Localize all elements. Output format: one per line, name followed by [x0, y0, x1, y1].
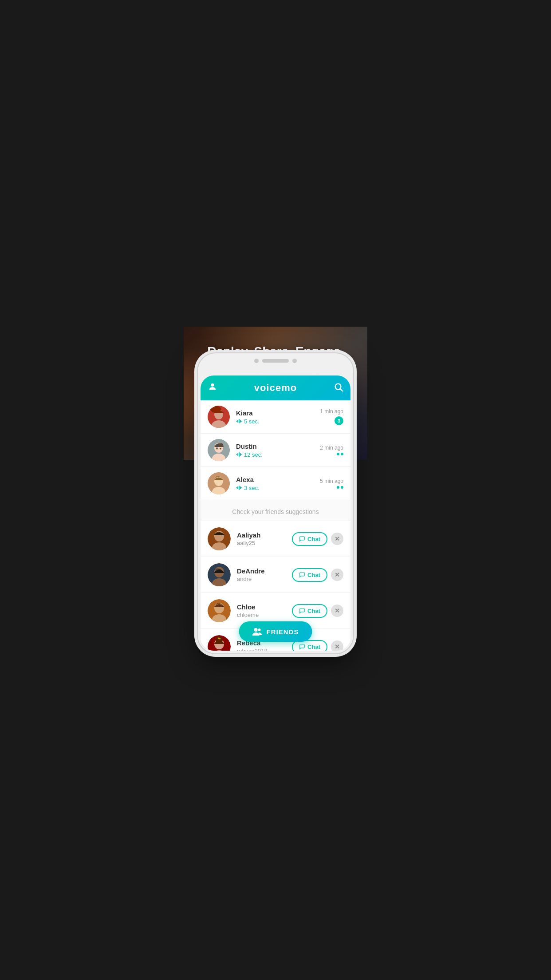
suggestions-header: Check your friends suggestions — [201, 500, 350, 521]
svg-line-2 — [340, 389, 342, 391]
chat-button-deandre[interactable]: Chat — [292, 568, 327, 582]
chat-duration-dustin: 12 sec. — [244, 451, 263, 458]
front-camera — [254, 359, 259, 363]
chat-name-alexa: Alexa — [236, 476, 320, 483]
suggestion-name-chloe: Chloe — [237, 603, 292, 611]
search-icon[interactable] — [334, 382, 343, 394]
suggestion-item-aaliyah: Aaliyah aaliy25 Chat ✕ — [201, 521, 350, 557]
suggestion-actions-deandre: Chat ✕ — [292, 568, 343, 582]
chat-list: Kiara 5 sec. — [201, 400, 350, 500]
svg-rect-9 — [239, 419, 240, 423]
suggestion-info-chloe: Chloe chloeme — [237, 603, 292, 618]
chat-time-dustin: 2 min ago — [320, 445, 343, 451]
chat-preview-alexa: 3 sec. — [236, 485, 320, 491]
app-logo: voicemo — [254, 382, 297, 394]
suggestion-actions-aaliyah: Chat ✕ — [292, 532, 343, 546]
suggestion-username-chloe: chloeme — [237, 612, 292, 618]
svg-point-15 — [216, 448, 218, 450]
dismiss-button-chloe[interactable]: ✕ — [331, 605, 343, 617]
svg-rect-10 — [240, 420, 241, 423]
suggestion-username-deandre: andre — [237, 576, 292, 582]
chat-meta-kiara: 1 min ago 3 — [320, 408, 343, 425]
profile-icon[interactable] — [208, 382, 217, 394]
chat-meta-dustin: 2 min ago — [320, 445, 343, 455]
logo-bold: mo — [281, 382, 297, 393]
suggestion-name-deandre: DeAndre — [237, 567, 292, 575]
chat-button-chloe[interactable]: Chat — [292, 604, 327, 618]
svg-point-0 — [211, 383, 214, 387]
suggestion-info-aaliyah: Aaliyah aaliy25 — [237, 531, 292, 546]
suggestion-avatar-aaliyah — [208, 527, 231, 550]
svg-rect-30 — [241, 487, 242, 488]
avatar-dustin — [208, 439, 230, 461]
phone-notch — [254, 359, 297, 363]
chat-button-aaliyah[interactable]: Chat — [292, 532, 327, 546]
svg-rect-11 — [241, 421, 242, 422]
chat-info-alexa: Alexa 3 sec. — [236, 476, 320, 491]
dots-dustin — [337, 453, 343, 455]
chat-item-dustin[interactable]: Dustin 12 sec. — [201, 434, 350, 467]
phone-screen: voicemo — [201, 375, 350, 651]
svg-rect-28 — [239, 486, 240, 490]
dismiss-button-aaliyah[interactable]: ✕ — [331, 533, 343, 545]
chat-info-dustin: Dustin 12 sec. — [236, 443, 320, 458]
chat-info-kiara: Kiara 5 sec. — [236, 409, 320, 425]
friends-fab-label: FRIENDS — [267, 628, 299, 636]
sensor — [292, 359, 297, 363]
unread-badge-kiara: 3 — [335, 416, 343, 425]
avatar-alexa — [208, 472, 230, 494]
svg-point-49 — [258, 628, 261, 631]
suggestion-username-aaliyah: aaliy25 — [237, 540, 292, 546]
dismiss-button-deandre[interactable]: ✕ — [331, 569, 343, 581]
svg-rect-21 — [240, 453, 241, 456]
speaker — [262, 359, 289, 363]
chat-time-kiara: 1 min ago — [320, 408, 343, 415]
chat-meta-alexa: 5 min ago — [320, 478, 343, 489]
svg-rect-8 — [237, 420, 238, 423]
suggestion-avatar-rebeca — [208, 635, 231, 651]
chat-item-alexa[interactable]: Alexa 3 sec. — [201, 467, 350, 500]
svg-rect-26 — [236, 487, 237, 488]
chat-time-alexa: 5 min ago — [320, 478, 343, 484]
chat-duration-alexa: 3 sec. — [244, 485, 260, 491]
svg-point-48 — [254, 628, 258, 632]
logo-text: voice — [254, 382, 281, 393]
app-header: voicemo — [201, 375, 350, 400]
svg-rect-18 — [236, 454, 237, 455]
dots-alexa — [337, 486, 343, 489]
suggestion-name-aaliyah: Aaliyah — [237, 531, 292, 539]
dismiss-button-rebeca[interactable]: ✕ — [331, 640, 343, 651]
phone-frame: voicemo — [198, 353, 353, 653]
chat-duration-kiara: 5 sec. — [244, 418, 260, 425]
chat-preview-kiara: 5 sec. — [236, 418, 320, 425]
suggestion-username-rebeca: rebeca2018 — [237, 648, 292, 651]
avatar-kiara — [208, 406, 230, 428]
suggestion-avatar-deandre — [208, 563, 231, 586]
chat-item-kiara[interactable]: Kiara 5 sec. — [201, 400, 350, 434]
friends-fab-button[interactable]: FRIENDS — [239, 621, 312, 642]
chat-preview-dustin: 12 sec. — [236, 451, 320, 458]
suggestion-avatar-chloe — [208, 599, 231, 622]
svg-rect-20 — [239, 452, 240, 457]
suggestion-actions-chloe: Chat ✕ — [292, 604, 343, 618]
svg-rect-29 — [240, 486, 241, 489]
svg-rect-22 — [241, 454, 242, 455]
scroll-content: Kiara 5 sec. — [201, 400, 350, 651]
svg-rect-7 — [236, 421, 237, 422]
svg-rect-19 — [237, 453, 238, 456]
svg-rect-27 — [237, 486, 238, 489]
chat-name-kiara: Kiara — [236, 409, 320, 417]
svg-point-16 — [220, 448, 221, 450]
suggestion-item-deandre: DeAndre andre Chat ✕ — [201, 557, 350, 593]
suggestion-info-deandre: DeAndre andre — [237, 567, 292, 582]
chat-name-dustin: Dustin — [236, 443, 320, 450]
